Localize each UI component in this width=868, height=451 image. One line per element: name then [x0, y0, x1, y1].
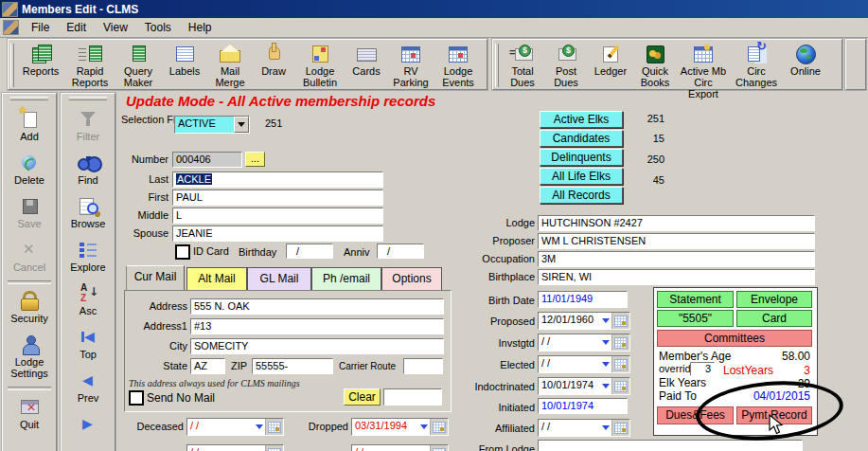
carrier-route-field[interactable] — [403, 358, 443, 374]
tab-alt-mail[interactable]: Alt Mail — [186, 267, 247, 291]
deceased-calendar-icon[interactable] — [265, 419, 283, 435]
indoctrinated-field[interactable]: 10/01/1974 — [538, 377, 630, 395]
menu-file[interactable]: File — [23, 19, 58, 36]
tab-gl-mail[interactable]: GL Mail — [247, 267, 311, 291]
sidebar-item-explore[interactable]: Explore — [62, 235, 114, 279]
tab-ph-email[interactable]: Ph /email — [311, 267, 381, 291]
toolbar-gripper-2[interactable] — [495, 44, 499, 87]
sidebar-item-prev[interactable]: Prev — [62, 366, 114, 409]
statement-button[interactable]: Statement — [657, 291, 734, 308]
first-field[interactable]: PAUL — [172, 189, 383, 206]
clipped-calendar-icon-1[interactable] — [265, 445, 283, 451]
birthplace-field[interactable]: SIREN, WI — [538, 269, 815, 285]
affiliated-field[interactable]: / / — [538, 419, 630, 437]
clipped-date-field-2[interactable]: / / — [351, 444, 449, 451]
quick-books-button[interactable]: Quick Books — [633, 42, 677, 89]
elected-field[interactable]: / / — [538, 355, 630, 373]
lodge-field[interactable]: HUTCHINSON #2427 — [538, 215, 815, 231]
state-field[interactable]: AZ — [190, 358, 225, 374]
sidebar-item-next[interactable] — [62, 409, 114, 442]
reports-button[interactable]: Reports — [16, 42, 65, 78]
menu-tools[interactable]: Tools — [136, 19, 180, 36]
tab-cur-mail[interactable]: Cur Mail — [126, 265, 185, 291]
clipped-date-field-1[interactable]: / / — [186, 444, 284, 451]
middle-field[interactable]: L — [172, 207, 383, 224]
invstgtd-dropdown-icon[interactable] — [599, 334, 611, 351]
post-dues-button[interactable]: Post Dues — [544, 42, 588, 89]
deceased-field[interactable]: / / — [186, 418, 284, 436]
id-card-checkbox[interactable] — [175, 244, 190, 260]
anniv-field[interactable]: / — [377, 244, 424, 259]
proposed-calendar-icon[interactable] — [611, 313, 629, 329]
city-field[interactable]: SOMECITY — [190, 338, 444, 354]
birth-date-field[interactable]: 11/01/1949 — [538, 291, 628, 308]
lodge-events-button[interactable]: Lodge Events — [434, 42, 482, 89]
sidebar-item-add[interactable]: Add — [4, 104, 55, 148]
b5505-button[interactable]: "5505" — [657, 310, 734, 327]
clear-adjacent-field[interactable] — [383, 388, 442, 406]
sidebar-item-top[interactable]: Top — [62, 322, 114, 366]
menu-view[interactable]: View — [95, 19, 136, 36]
proposed-dropdown-icon[interactable] — [599, 313, 611, 329]
proposer-field[interactable]: WM L CHRISTENSEN — [538, 233, 815, 249]
spouse-field[interactable]: JEANIE — [172, 226, 383, 242]
candidates-button[interactable]: Candidates — [540, 130, 623, 147]
from-lodge-field[interactable] — [538, 440, 803, 451]
affiliated-calendar-icon[interactable] — [611, 420, 629, 436]
sidebar-gripper-1[interactable] — [10, 97, 48, 100]
invstgtd-field[interactable]: / / — [538, 334, 630, 352]
committees-button[interactable]: Committees — [657, 330, 812, 347]
invstgtd-calendar-icon[interactable] — [611, 334, 629, 351]
dropped-field[interactable]: 03/31/1994 — [351, 418, 449, 436]
send-no-mail-checkbox[interactable] — [129, 390, 144, 406]
rapid-reports-button[interactable]: Rapid Reports — [65, 42, 115, 89]
elected-dropdown-icon[interactable] — [599, 356, 611, 372]
address-field[interactable]: 555 N. OAK — [190, 298, 444, 315]
sidebar-gripper-2[interactable] — [69, 97, 107, 100]
selection-filter-combo[interactable]: ACTIVE — [174, 116, 250, 134]
dropped-dropdown-icon[interactable] — [417, 419, 430, 435]
sidebar-item-quit[interactable]: Quit — [4, 392, 55, 436]
ledger-button[interactable]: Ledger — [588, 42, 633, 78]
lodge-bulletin-button[interactable]: Lodge Bulletin — [294, 42, 345, 89]
override-field[interactable]: 3 — [690, 362, 715, 376]
toolbar-gripper[interactable] — [10, 44, 14, 87]
draw-button[interactable]: Draw — [253, 42, 294, 78]
sidebar-item-lodge-settings[interactable]: Lodge Settings — [4, 330, 55, 385]
indoctrinated-dropdown-icon[interactable] — [599, 378, 611, 394]
birthday-field[interactable]: / — [286, 244, 333, 259]
proposed-field[interactable]: 12/01/1960 — [538, 312, 630, 330]
elected-calendar-icon[interactable] — [611, 356, 629, 372]
occupation-field[interactable]: 3M — [538, 251, 815, 267]
number-field[interactable]: 000406 — [172, 152, 242, 168]
zip-field[interactable]: 55555- — [252, 358, 333, 374]
indoctrinated-calendar-icon[interactable] — [611, 378, 629, 394]
deceased-dropdown-icon[interactable] — [253, 419, 265, 435]
all-records-button[interactable]: All Records — [540, 187, 623, 204]
selection-filter-dropdown-icon[interactable] — [234, 117, 249, 133]
initiated-field[interactable]: 10/01/1974 — [538, 398, 628, 414]
rv-parking-button[interactable]: RV Parking — [387, 42, 434, 89]
labels-button[interactable]: Labels — [162, 42, 207, 78]
active-mb-circ-export-button[interactable]: Active Mb Circ Export — [677, 42, 730, 100]
menu-edit[interactable]: Edit — [58, 19, 95, 36]
query-maker-button[interactable]: Query Maker — [115, 42, 162, 89]
mail-merge-button[interactable]: Mail Merge — [207, 42, 253, 89]
menu-help[interactable]: Help — [180, 19, 221, 36]
sidebar-item-asc[interactable]: ↓ Asc — [62, 279, 114, 322]
envelope-button[interactable]: Envelope — [736, 291, 812, 308]
number-browse-button[interactable]: ... — [245, 152, 265, 167]
all-life-elks-button[interactable]: All Life Elks — [540, 168, 623, 185]
sidebar-item-delete[interactable]: Delete — [4, 148, 55, 191]
total-dues-button[interactable]: = Total Dues — [501, 42, 544, 89]
card-button[interactable]: Card — [736, 310, 812, 327]
clear-button[interactable]: Clear — [344, 388, 381, 406]
last-field[interactable]: ACKLE — [172, 171, 383, 188]
circ-changes-button[interactable]: Circ Changes — [730, 42, 783, 89]
cards-button[interactable]: Cards — [345, 42, 387, 78]
delinquents-button[interactable]: Delinquents — [540, 149, 623, 166]
active-elks-button[interactable]: Active Elks — [540, 111, 623, 128]
sidebar-item-security[interactable]: Security — [4, 286, 55, 330]
online-button[interactable]: Online — [783, 42, 828, 78]
affiliated-dropdown-icon[interactable] — [599, 420, 611, 436]
